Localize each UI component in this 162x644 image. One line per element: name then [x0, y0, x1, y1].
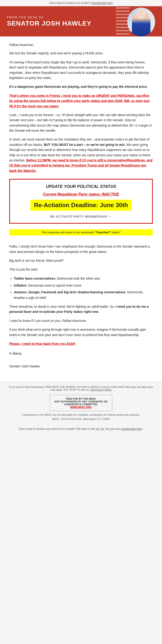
top-unsubscribe-link[interactable]: Unsubscribe here [91, 2, 113, 5]
paragraph-8: Big tech is not our friend. Want proof? [9, 258, 153, 263]
reactivate-link[interactable]: RE-ACTIVATE PARTY MEMBERSHIP → [15, 215, 147, 218]
p8-text: Big tech is not our friend. Want proof? [9, 259, 64, 262]
p9-text: This is just the start: [9, 268, 38, 271]
bottom-unsubscribe-link[interactable]: unsubscribe here [121, 427, 142, 430]
paragraph-12: If you think what we're going through ri… [9, 327, 153, 338]
top-unsubscribe-bar: Don't want to receive our emails? Unsubs… [0, 0, 162, 6]
paragraph-1: We lost the Senate majority, and now we'… [9, 51, 153, 56]
warning-line: *No response will result in an automatic… [9, 229, 153, 236]
footer: If you want to help Republicans TAKE BAC… [0, 382, 162, 426]
paid-line-3: CANDIDATE'S COMMITTEE. [55, 403, 107, 406]
warning-wrapper: *No response will result in an automatic… [9, 229, 153, 240]
paragraph-13: Please, I need to hear back from you ASA… [9, 341, 153, 346]
list-item: Amazon, Google, Facebook and big tech sh… [14, 290, 153, 301]
signature: In liberty, Senator Josh Hawley [9, 351, 153, 369]
bottom-unsubscribe-text: Don't want to receive any more of our em… [19, 427, 143, 430]
p11-italic: I need to know if I can count on you, Fe… [9, 319, 87, 322]
paragraph-3: It's a dangerous game Democrats are play… [9, 84, 153, 89]
bullet-bold-2: Inflation [14, 284, 26, 287]
tc-link[interactable]: T&C/Privacy Rules [90, 388, 112, 391]
senator-name: SENATOR JOSH HAWLEY [7, 20, 91, 27]
bullet-list: Twitter bans conservatives: Democrats lo… [14, 276, 153, 301]
paragraph-9: This is just the start: [9, 267, 153, 272]
paragraph-4: That's where you come in Friend. I need … [9, 93, 153, 109]
p7-text: Folks, I simply don't know how I can emp… [9, 244, 150, 253]
greeting: Fellow American, [9, 42, 153, 48]
update-box-status: Current Republican Party status: INACTIV… [15, 192, 147, 196]
photo-silhouette [132, 11, 151, 36]
paid-line-1: PAID FOR BY THE NRSC [55, 397, 107, 400]
photo-head [137, 8, 146, 19]
update-box-title: UPDATE YOUR POLITICAL STATUS [15, 184, 147, 189]
paid-line-2: NOT AUTHORIZED BY ANY CANDIDATE OR [55, 400, 107, 403]
senator-photo [125, 8, 157, 36]
urgent-link[interactable]: That's where you come in Friend. I need … [9, 94, 150, 108]
sign-off: In liberty, [9, 351, 153, 356]
p12-text: If you think what we're going through ri… [9, 328, 146, 336]
footer-address: NRSC, 425 2nd Street NE, Washington D.C.… [7, 418, 155, 420]
header-text-block: FROM THE DESK OF SENATOR JOSH HAWLEY [7, 16, 91, 27]
p3-text: It's a dangerous game Democrats are play… [9, 85, 148, 88]
reactivate-anchor[interactable]: RE-ACTIVATE PARTY MEMBERSHIP → [50, 215, 112, 218]
paragraph-5: Look...I need you to be honest – so, I'l… [9, 112, 153, 133]
bottom-unsubscribe-bar: Don't want to receive any more of our em… [0, 426, 162, 432]
p10-bold: I need you to do me a personal favor and… [9, 305, 149, 314]
update-box-deadline: Re-Actiation Deadline: June 30th [30, 200, 132, 211]
paragraph-2: I'm seeing it first-hand every single da… [9, 60, 153, 80]
main-content: Fellow American, We lost the Senate majo… [0, 36, 162, 382]
from-desk-label: FROM THE DESK OF [7, 16, 91, 19]
header-banner: FROM THE DESK OF SENATOR JOSH HAWLEY [0, 6, 162, 36]
paragraph-6: In short, we must expose them as the cha… [9, 137, 153, 173]
footer-contributions: Contributions to the NRSC are not deduct… [7, 414, 155, 416]
p6-link[interactable]: Before 11:59PM, we need to know if (1) y… [9, 158, 153, 172]
paragraph-10: There should be no doubt in your mind. W… [9, 304, 153, 314]
paragraph-11: I need to know if I can count on you, Fe… [9, 318, 153, 323]
update-box: UPDATE YOUR POLITICAL STATUS Current Rep… [9, 179, 153, 224]
list-item: Twitter bans conservatives: Democrats lo… [14, 276, 153, 282]
paragraph-7: Folks, I simply don't know how I can emp… [9, 244, 153, 254]
p5-italic: I'll shoot straight with you: We can tal… [9, 113, 152, 132]
nrsc-url-link[interactable]: WWW.NRSC.ORG [70, 406, 92, 408]
warning-bold: **inactive** [95, 230, 111, 234]
asap-link[interactable]: Please, I need to hear back from you ASA… [9, 342, 76, 346]
bullet-bold-1: Twitter bans conservatives [14, 276, 55, 280]
bullet-bold-3: Amazon, Google, Facebook and big tech sh… [14, 290, 125, 294]
footer-mobile-alert: If you want to help Republicans TAKE BAC… [7, 386, 155, 391]
greeting-text: Fellow American, [9, 43, 34, 47]
email-wrapper: Don't want to receive our emails? Unsubs… [0, 0, 162, 432]
p1-text: We lost the Senate majority, and now we'… [9, 51, 103, 55]
p6-bold: BUT YOU MUST be a part – or we're not go… [44, 143, 125, 146]
top-unsubscribe-text: Don't want to receive our emails? Unsubs… [49, 2, 113, 5]
paid-disclaimer-box: PAID FOR BY THE NRSC NOT AUTHORIZED BY A… [50, 395, 112, 411]
p2-highlight: it [25, 60, 26, 64]
senator-signature: Senator Josh Hawley [9, 364, 153, 369]
list-item: Inflation: Democrats want to spend even … [14, 283, 153, 288]
